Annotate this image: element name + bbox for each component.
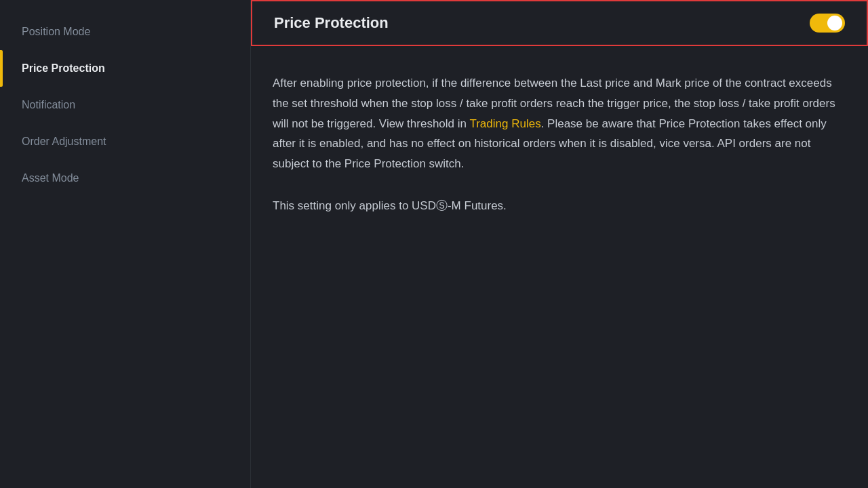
main-content: Price Protection After enabling price pr… <box>251 0 868 488</box>
sidebar: Position Mode Price Protection Notificat… <box>0 0 251 488</box>
description-paragraph: After enabling price protection, if the … <box>273 73 846 174</box>
trading-rules-link[interactable]: Trading Rules <box>469 117 540 130</box>
applies-text: This setting only applies to USDⓈ-M Futu… <box>273 196 846 216</box>
price-protection-toggle[interactable] <box>810 14 845 33</box>
sidebar-item-asset-mode[interactable]: Asset Mode <box>0 160 250 197</box>
sidebar-item-order-adjustment[interactable]: Order Adjustment <box>0 123 250 160</box>
toggle-slider <box>810 14 845 33</box>
sidebar-item-notification[interactable]: Notification <box>0 87 250 123</box>
sidebar-item-price-protection[interactable]: Price Protection <box>0 50 250 87</box>
price-protection-header: Price Protection <box>251 0 868 46</box>
page-title: Price Protection <box>274 14 389 32</box>
sidebar-item-position-mode[interactable]: Position Mode <box>0 14 250 50</box>
description-section: After enabling price protection, if the … <box>251 46 868 238</box>
